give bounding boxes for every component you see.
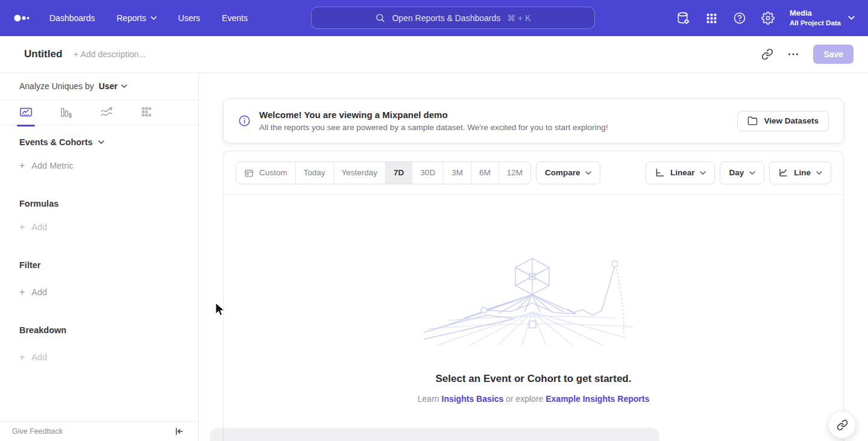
range-yesterday[interactable]: Yesterday	[333, 162, 386, 184]
main-content: Welcome! You are viewing a Mixpanel demo…	[200, 73, 868, 441]
mixpanel-insights-screen: Dashboards Reports Users Events Open Rep…	[0, 0, 868, 441]
data-management-button[interactable]	[676, 11, 690, 25]
range-3m[interactable]: 3M	[443, 162, 471, 184]
scale-dropdown[interactable]: Linear	[646, 161, 715, 184]
mixpanel-logo[interactable]	[13, 13, 30, 23]
tab-line-chart[interactable]	[19, 100, 33, 125]
range-today[interactable]: Today	[295, 162, 333, 184]
share-link-fab[interactable]	[828, 411, 856, 439]
plus-icon: +	[19, 352, 25, 363]
folder-icon	[747, 116, 758, 126]
empty-state-hint: Learn Insights Basics or explore Example…	[418, 394, 649, 404]
chevron-down-icon	[749, 171, 755, 175]
range-custom[interactable]: Custom	[236, 162, 295, 184]
analyze-value-dropdown[interactable]: User	[99, 81, 127, 91]
mixpanel-logo-icon	[13, 13, 30, 23]
chart-controls: Linear Day	[646, 161, 831, 184]
search-placeholder: Open Reports & Dashboards	[392, 13, 500, 23]
project-name: Media	[790, 8, 841, 19]
chevron-down-icon	[700, 171, 706, 175]
range-6m[interactable]: 6M	[471, 162, 498, 184]
chevron-down-icon	[585, 171, 591, 175]
link-icon	[837, 419, 848, 431]
project-switcher[interactable]: Media All Project Data	[790, 8, 855, 28]
breakdown-section-label: Breakdown	[19, 325, 179, 335]
chevron-down-icon	[121, 84, 127, 88]
database-icon	[676, 11, 690, 25]
add-breakdown-button[interactable]: + Add	[19, 352, 179, 363]
search-icon	[375, 13, 385, 23]
report-header: Untitled + Add description... Save	[0, 36, 868, 73]
global-search-input[interactable]: Open Reports & Dashboards ⌘ + K	[311, 7, 595, 29]
collapse-sidebar-button[interactable]	[174, 427, 184, 436]
sidebar-footer: Give Feedback	[0, 421, 198, 441]
bar-chart-icon	[60, 106, 73, 119]
tab-bar-chart[interactable]	[60, 100, 73, 125]
plus-icon: +	[19, 287, 25, 298]
add-metric-button[interactable]: + Add Metric	[19, 160, 179, 171]
analyze-prefix: Analyze Uniques by	[19, 81, 94, 91]
report-card: Custom Today Yesterday 7D 30D 3M 6M 12M …	[223, 151, 844, 441]
insights-basics-link[interactable]: Insights Basics	[442, 394, 504, 404]
analyze-row: Analyze Uniques by User	[0, 73, 198, 100]
scatter-icon	[140, 106, 154, 119]
example-reports-link[interactable]: Example Insights Reports	[546, 394, 649, 404]
apps-grid-button[interactable]	[705, 12, 718, 25]
range-7d[interactable]: 7D	[385, 162, 412, 184]
top-nav: Dashboards Reports Users Events Open Rep…	[0, 0, 868, 36]
line-chart-icon	[778, 167, 788, 178]
copy-link-button[interactable]	[761, 48, 773, 60]
settings-button[interactable]	[761, 11, 775, 25]
report-header-actions: Save	[761, 45, 854, 64]
bottom-sheet[interactable]	[210, 428, 659, 441]
more-options-button[interactable]	[787, 48, 800, 61]
chevron-down-icon	[151, 16, 157, 20]
report-toolbar: Custom Today Yesterday 7D 30D 3M 6M 12M …	[224, 151, 843, 195]
ellipsis-icon	[787, 48, 800, 61]
project-scope: All Project Data	[790, 19, 841, 28]
tab-scatter-chart[interactable]	[140, 100, 154, 125]
chevron-down-icon	[848, 16, 855, 20]
search-shortcut: ⌘ + K	[507, 13, 530, 23]
report-description-placeholder[interactable]: + Add description...	[74, 49, 145, 59]
chevron-down-icon	[98, 140, 104, 144]
line-chart-icon	[19, 106, 33, 119]
primary-nav: Dashboards Reports Users Events	[49, 13, 248, 23]
view-datasets-button[interactable]: View Datasets	[737, 111, 829, 131]
link-icon	[761, 48, 773, 60]
visualization-tabs	[0, 100, 198, 125]
events-cohorts-section[interactable]: Events & Cohorts	[19, 137, 179, 147]
collapse-left-icon	[174, 427, 184, 436]
report-title[interactable]: Untitled	[24, 48, 62, 60]
range-12m[interactable]: 12M	[498, 162, 530, 184]
range-30d[interactable]: 30D	[412, 162, 443, 184]
axis-icon	[655, 167, 665, 178]
gear-icon	[761, 11, 775, 25]
tab-flow-chart[interactable]	[100, 100, 113, 125]
nav-reports[interactable]: Reports	[117, 13, 157, 23]
card-left-edge	[223, 428, 224, 441]
chevron-down-icon	[816, 171, 822, 175]
add-filter-button[interactable]: + Add	[19, 287, 179, 298]
chart-type-dropdown[interactable]: Line	[769, 161, 831, 184]
flow-icon	[100, 106, 113, 119]
empty-state-title: Select an Event or Cohort to get started…	[436, 373, 632, 385]
nav-users[interactable]: Users	[178, 13, 201, 23]
formulas-section-label: Formulas	[19, 199, 179, 208]
calendar-icon	[244, 168, 254, 178]
plus-icon: +	[19, 222, 25, 233]
give-feedback-link[interactable]: Give Feedback	[12, 427, 63, 436]
banner-title: Welcome! You are viewing a Mixpanel demo	[259, 110, 608, 120]
help-button[interactable]	[733, 11, 746, 25]
banner-subtitle: All the reports you see are powered by a…	[259, 123, 608, 132]
save-button[interactable]: Save	[813, 45, 854, 64]
filter-section-label: Filter	[19, 260, 179, 270]
nav-dashboards[interactable]: Dashboards	[49, 13, 95, 23]
add-formula-button[interactable]: + Add	[19, 222, 179, 233]
nav-events[interactable]: Events	[222, 13, 248, 23]
grid-icon	[705, 12, 718, 25]
date-range-control: Custom Today Yesterday 7D 30D 3M 6M 12M	[236, 161, 531, 184]
interval-dropdown[interactable]: Day	[720, 161, 764, 184]
compare-button[interactable]: Compare	[536, 161, 601, 184]
demo-banner: Welcome! You are viewing a Mixpanel demo…	[223, 98, 844, 143]
